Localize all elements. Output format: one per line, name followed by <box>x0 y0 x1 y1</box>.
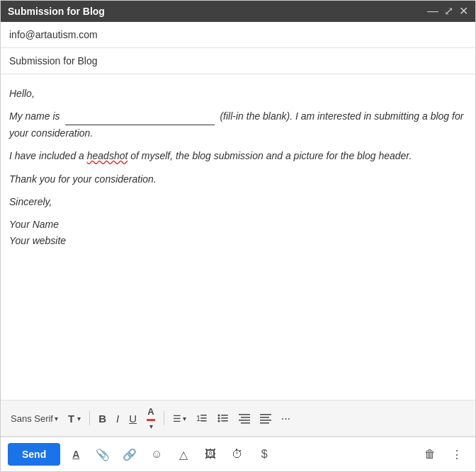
svg-rect-13 <box>241 422 250 424</box>
send-button[interactable]: Send <box>8 443 60 466</box>
email-compose-window: Submission for Blog — ⤢ ✕ info@artautism… <box>0 0 476 472</box>
formatting-toolbar: Sans Serif ▾ T ▾ B I U A ▾ ☰ ▾ 1. <box>1 400 475 437</box>
increase-indent-icon <box>260 413 271 424</box>
intro-paragraph: My name is (fill-in the blank). I am int… <box>9 108 467 141</box>
thanks-paragraph: Thank you for your consideration. <box>9 171 467 187</box>
trash-icon: 🗑 <box>424 448 436 461</box>
ordered-list-icon: 1. <box>196 413 208 424</box>
your-name-paragraph: Your Name Your website <box>9 217 467 248</box>
title-bar: Submission for Blog — ⤢ ✕ <box>1 1 475 22</box>
formatting-icon: A <box>72 449 79 460</box>
your-website-text: Your website <box>9 235 66 246</box>
svg-point-4 <box>218 415 220 417</box>
bottom-toolbar: Send A 📎 🔗 ☺ △ 🖼 ⏱ $ 🗑 ⋮ <box>1 437 475 471</box>
divider-2 <box>164 411 164 425</box>
align-dropdown[interactable]: ☰ ▾ <box>169 410 191 427</box>
font-family-chevron-icon: ▾ <box>55 415 58 422</box>
decrease-indent-icon <box>239 413 250 424</box>
drive-icon: △ <box>179 448 188 461</box>
emoji-icon: ☺ <box>151 448 162 461</box>
align-chevron-icon: ▾ <box>183 415 186 422</box>
font-size-icon: T <box>68 413 74 425</box>
your-name-text: Your Name <box>9 219 59 230</box>
maximize-button[interactable]: ⤢ <box>444 6 453 17</box>
italic-button[interactable]: I <box>112 410 123 427</box>
font-color-bar <box>147 419 155 421</box>
svg-rect-2 <box>200 418 207 419</box>
emoji-button[interactable]: ☺ <box>145 443 168 466</box>
svg-rect-10 <box>239 414 250 415</box>
bold-button[interactable]: B <box>94 410 110 427</box>
minimize-button[interactable]: — <box>427 6 438 17</box>
sincerely-text: Sincerely, <box>9 196 52 207</box>
svg-rect-14 <box>260 414 271 415</box>
thanks-text: Thank you for your consideration. <box>9 173 157 185</box>
subject-field[interactable]: Submission for Blog <box>1 48 475 74</box>
dollar-icon: $ <box>261 448 268 461</box>
headshot-word: headshot <box>87 150 128 161</box>
line1-before: My name is <box>9 110 62 122</box>
svg-rect-11 <box>241 417 250 418</box>
more-options-button[interactable]: ⋮ <box>446 443 468 466</box>
email-body[interactable]: Hello, My name is (fill-in the blank). I… <box>1 74 475 400</box>
subject-text: Submission for Blog <box>9 55 98 67</box>
svg-point-8 <box>218 420 220 422</box>
more-formatting-button[interactable]: ⋯ <box>277 410 295 427</box>
close-button[interactable]: ✕ <box>459 6 468 17</box>
underline-button[interactable]: U <box>125 410 141 427</box>
dollar-button[interactable]: $ <box>253 443 276 466</box>
clock-icon: ⏱ <box>232 448 243 461</box>
included-paragraph: I have included a headshot of myself, th… <box>9 148 467 163</box>
attach-icon: 📎 <box>96 448 110 461</box>
name-blank <box>65 108 214 125</box>
photo-icon: 🖼 <box>205 448 216 461</box>
svg-rect-1 <box>200 415 207 416</box>
link-icon: 🔗 <box>123 448 137 461</box>
font-family-dropdown[interactable]: Sans Serif ▾ <box>6 410 62 427</box>
svg-rect-3 <box>200 420 207 422</box>
schedule-send-button[interactable]: ⏱ <box>226 443 249 466</box>
font-family-label: Sans Serif <box>11 413 53 424</box>
more-formatting-icon: ⋯ <box>281 413 290 424</box>
font-size-chevron-icon: ▾ <box>77 415 81 422</box>
svg-rect-5 <box>221 415 228 416</box>
svg-rect-15 <box>260 417 269 418</box>
increase-indent-button[interactable] <box>256 410 276 427</box>
font-size-dropdown[interactable]: T ▾ <box>64 410 85 427</box>
unordered-list-button[interactable] <box>213 410 233 427</box>
ordered-list-button[interactable]: 1. <box>192 410 212 427</box>
to-address: info@artautism.com <box>9 29 98 40</box>
greeting-text: Hello, <box>9 88 35 99</box>
to-field[interactable]: info@artautism.com <box>1 22 475 48</box>
delete-button[interactable]: 🗑 <box>419 443 441 466</box>
svg-rect-12 <box>239 420 250 421</box>
insert-photo-button[interactable]: 🖼 <box>199 443 222 466</box>
insert-link-button[interactable]: 🔗 <box>118 443 141 466</box>
google-drive-button[interactable]: △ <box>172 443 195 466</box>
decrease-indent-button[interactable] <box>234 410 254 427</box>
unordered-list-icon <box>217 413 229 424</box>
align-icon: ☰ <box>173 413 181 424</box>
svg-rect-9 <box>221 420 228 422</box>
svg-point-6 <box>218 418 220 420</box>
window-controls: — ⤢ ✕ <box>427 6 468 17</box>
svg-rect-16 <box>260 420 271 421</box>
formatting-toggle-button[interactable]: A <box>64 443 87 466</box>
window-title: Submission for Blog <box>8 6 105 17</box>
sincerely-paragraph: Sincerely, <box>9 194 467 209</box>
line2-before: I have included a <box>9 150 87 161</box>
font-color-dropdown[interactable]: A ▾ <box>142 403 159 433</box>
attach-file-button[interactable]: 📎 <box>91 443 114 466</box>
svg-rect-7 <box>221 418 228 419</box>
more-icon: ⋮ <box>451 448 463 461</box>
divider-1 <box>89 411 90 425</box>
svg-rect-17 <box>260 422 269 424</box>
font-color-label: A <box>147 406 154 417</box>
font-color-chevron-icon: ▾ <box>149 422 153 430</box>
line2-after: of myself, the blog submission and a pic… <box>128 150 412 161</box>
